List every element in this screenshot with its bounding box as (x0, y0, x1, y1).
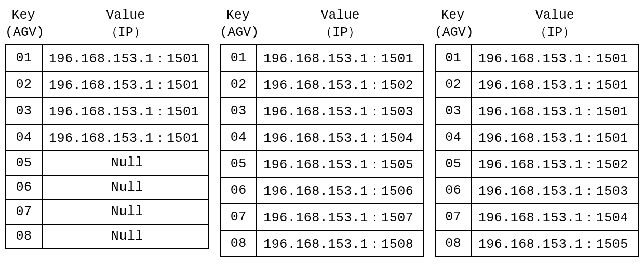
data-table-3: 01196.168.153.1：150102196.168.153.1：1501… (435, 44, 639, 257)
header-value-line2: （IP） (471, 24, 639, 42)
table-row: 02196.168.153.1：1502 (220, 71, 423, 98)
table-row: 05196.168.153.1：1502 (435, 151, 638, 177)
data-table-1: 01196.168.153.1：150102196.168.153.1：1501… (5, 44, 209, 249)
value-cell: 196.168.153.1：1501 (42, 71, 209, 98)
value-cell: 196.168.153.1：1501 (42, 45, 209, 71)
key-cell: 07 (435, 204, 472, 230)
key-cell: 01 (220, 45, 257, 71)
key-cell: 05 (6, 151, 42, 175)
header-key-line2: (AGV) (435, 24, 471, 42)
value-cell: 196.168.153.1：1501 (472, 71, 638, 98)
value-cell: 196.168.153.1：1502 (472, 151, 638, 177)
table-row: 03196.168.153.1：1501 (6, 98, 209, 124)
value-cell: 196.168.153.1：1504 (257, 124, 423, 151)
table-row: 07196.168.153.1：1507 (220, 204, 423, 230)
table-row: 06196.168.153.1：1503 (435, 177, 638, 204)
header-value-line2: （IP） (256, 24, 424, 42)
mapping-table-1: Key (AGV) Value （IP） 01196.168.153.1：150… (5, 5, 209, 270)
table-header: Key (AGV) Value （IP） (435, 5, 639, 43)
key-cell: 05 (435, 151, 472, 177)
table-header: Key (AGV) Value （IP） (5, 5, 209, 43)
value-cell: 196.168.153.1：1504 (472, 204, 638, 230)
key-cell: 07 (220, 204, 257, 230)
table-row: 04196.168.153.1：1504 (220, 124, 423, 151)
key-cell: 06 (6, 175, 42, 200)
table-row: 07196.168.153.1：1504 (435, 204, 638, 230)
header-key-line1: Key (5, 7, 42, 24)
value-cell: 196.168.153.1：1506 (257, 177, 423, 204)
data-table-2: 01196.168.153.1：150102196.168.153.1：1502… (220, 44, 424, 257)
header-value-line1: Value (42, 7, 209, 24)
table-row: 02196.168.153.1：1501 (6, 71, 209, 98)
key-cell: 08 (435, 230, 472, 257)
table-row: 01196.168.153.1：1501 (220, 45, 423, 71)
table-row: 04196.168.153.1：1501 (435, 124, 638, 151)
header-value: Value （IP） (471, 5, 639, 43)
value-cell: 196.168.153.1：1502 (257, 71, 423, 98)
value-cell: Null (42, 175, 209, 200)
table-row: 03196.168.153.1：1503 (220, 98, 423, 124)
table-body-3: 01196.168.153.1：150102196.168.153.1：1501… (435, 45, 638, 257)
value-cell: 196.168.153.1：1501 (42, 124, 209, 151)
value-cell: 196.168.153.1：1501 (472, 45, 638, 71)
key-cell: 04 (220, 124, 257, 151)
header-value-line1: Value (471, 7, 639, 24)
value-cell: 196.168.153.1：1501 (472, 98, 638, 124)
table-row: 05Null (6, 151, 209, 175)
header-value-line1: Value (256, 7, 424, 24)
table-body-2: 01196.168.153.1：150102196.168.153.1：1502… (220, 45, 423, 257)
table-row: 05196.168.153.1：1505 (220, 151, 423, 177)
key-cell: 05 (220, 151, 257, 177)
header-key: Key (AGV) (5, 5, 42, 43)
table-row: 03196.168.153.1：1501 (435, 98, 638, 124)
value-cell: 196.168.153.1：1503 (257, 98, 423, 124)
value-cell: 196.168.153.1：1501 (472, 124, 638, 151)
mapping-table-3: Key (AGV) Value （IP） 01196.168.153.1：150… (435, 5, 639, 270)
key-cell: 02 (220, 71, 257, 98)
table-row: 06Null (6, 175, 209, 200)
key-cell: 06 (220, 177, 257, 204)
value-cell: 196.168.153.1：1505 (472, 230, 638, 257)
key-cell: 03 (220, 98, 257, 124)
value-cell: 196.168.153.1：1501 (42, 98, 209, 124)
header-value-line2: （IP） (42, 24, 209, 42)
value-cell: 196.168.153.1：1501 (257, 45, 423, 71)
header-value: Value （IP） (42, 5, 209, 43)
header-key: Key (AGV) (220, 5, 256, 43)
key-cell: 01 (435, 45, 472, 71)
table-row: 07Null (6, 200, 209, 224)
key-cell: 08 (220, 230, 257, 257)
header-value: Value （IP） (256, 5, 424, 43)
key-cell: 08 (6, 224, 42, 248)
value-cell: Null (42, 151, 209, 175)
key-cell: 02 (435, 71, 472, 98)
key-cell: 03 (435, 98, 472, 124)
key-cell: 04 (435, 124, 472, 151)
value-cell: 196.168.153.1：1508 (257, 230, 423, 257)
table-row: 08196.168.153.1：1508 (220, 230, 423, 257)
header-key: Key (AGV) (435, 5, 471, 43)
key-cell: 07 (6, 200, 42, 224)
table-row: 08Null (6, 224, 209, 248)
header-key-line1: Key (435, 7, 471, 24)
value-cell: 196.168.153.1：1507 (257, 204, 423, 230)
table-row: 04196.168.153.1：1501 (6, 124, 209, 151)
key-cell: 04 (6, 124, 42, 151)
key-cell: 03 (6, 98, 42, 124)
value-cell: Null (42, 200, 209, 224)
value-cell: 196.168.153.1：1505 (257, 151, 423, 177)
header-key-line2: (AGV) (5, 24, 42, 42)
header-key-line2: (AGV) (220, 24, 256, 42)
table-header: Key (AGV) Value （IP） (220, 5, 424, 43)
table-row: 08196.168.153.1：1505 (435, 230, 638, 257)
header-key-line1: Key (220, 7, 256, 24)
table-row: 06196.168.153.1：1506 (220, 177, 423, 204)
value-cell: 196.168.153.1：1503 (472, 177, 638, 204)
mapping-table-2: Key (AGV) Value （IP） 01196.168.153.1：150… (220, 5, 424, 270)
value-cell: Null (42, 224, 209, 248)
key-cell: 02 (6, 71, 42, 98)
table-row: 02196.168.153.1：1501 (435, 71, 638, 98)
table-body-1: 01196.168.153.1：150102196.168.153.1：1501… (6, 45, 209, 248)
table-row: 01196.168.153.1：1501 (435, 45, 638, 71)
table-row: 01196.168.153.1：1501 (6, 45, 209, 71)
